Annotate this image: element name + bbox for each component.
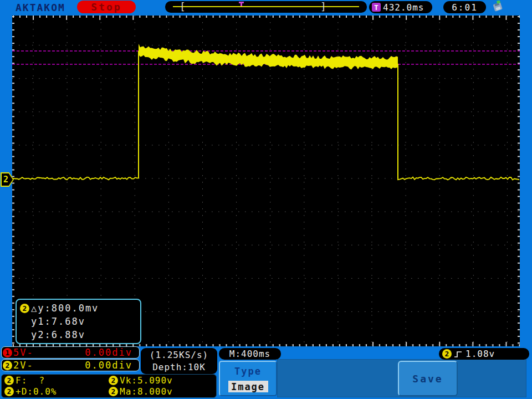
edge-tick	[12, 149, 14, 150]
channel2-badge: 2	[4, 376, 14, 385]
edge-tick	[12, 83, 14, 84]
edge-tick	[12, 69, 14, 70]
edge-tick	[293, 16, 294, 18]
edge-tick	[66, 16, 67, 20]
edge-tick	[53, 16, 54, 18]
edge-tick	[33, 16, 34, 20]
edge-tick	[12, 63, 14, 64]
edge-tick	[12, 329, 14, 330]
memory-window-right-bracket: ]	[320, 1, 326, 13]
edge-tick	[12, 116, 14, 117]
edge-tick	[518, 109, 520, 110]
channel2-badge: 2	[20, 304, 29, 313]
trigger-channel-badge: 2	[442, 349, 452, 359]
edge-tick	[213, 16, 214, 18]
trigger-time-value: 432.0ms	[383, 2, 424, 13]
edge-tick	[12, 56, 14, 57]
edge-tick	[12, 176, 14, 177]
edge-tick	[518, 316, 520, 317]
menu-option-image[interactable]: Image	[228, 381, 268, 392]
edge-tick	[499, 16, 500, 18]
edge-tick	[12, 303, 14, 304]
trigger-level-badge: 2 1.08v	[439, 348, 529, 360]
edge-tick	[12, 276, 14, 277]
edge-tick	[518, 216, 520, 217]
ch2-trace-top-band	[139, 44, 398, 70]
edge-tick	[12, 29, 14, 30]
edge-tick	[518, 336, 520, 337]
edge-tick	[19, 16, 21, 18]
edge-tick	[372, 342, 374, 346]
edge-tick	[518, 142, 520, 144]
edge-tick	[73, 16, 74, 18]
edge-tick	[518, 256, 520, 257]
edge-tick	[152, 16, 154, 18]
edge-tick	[518, 249, 520, 250]
edge-tick	[12, 76, 14, 77]
graticule-and-trace	[12, 16, 520, 346]
edge-tick	[518, 169, 520, 170]
type-menu[interactable]: Type Image	[219, 361, 277, 396]
edge-tick	[485, 16, 487, 18]
edge-tick	[518, 176, 520, 177]
edge-tick	[99, 16, 100, 20]
edge-tick	[518, 129, 520, 130]
save-button[interactable]: Save	[398, 361, 458, 396]
channel2-status: 2 2V- 0.00div	[1, 359, 140, 371]
edge-tick	[126, 16, 127, 18]
edge-tick	[12, 36, 14, 37]
channel2-badge: 2	[109, 387, 118, 396]
memory-bar: [ ]	[165, 1, 367, 13]
edge-tick	[59, 16, 60, 18]
edge-tick	[518, 196, 520, 197]
edge-tick	[12, 269, 14, 270]
edge-tick	[12, 249, 14, 250]
edge-tick	[12, 243, 14, 244]
trigger-level-value: 1.08v	[466, 349, 495, 359]
edge-tick	[286, 16, 287, 18]
edge-tick	[259, 16, 260, 18]
measurement-max: 2Ma:8.000v	[109, 386, 216, 397]
edge-tick	[146, 16, 147, 18]
edge-tick	[12, 316, 14, 317]
edge-tick	[166, 16, 167, 18]
edge-tick	[518, 236, 520, 237]
edge-tick	[518, 23, 520, 24]
edge-tick	[472, 16, 473, 20]
edge-tick	[518, 190, 520, 191]
cursor-y2-value: y2:6.88v	[20, 328, 137, 341]
edge-tick	[12, 203, 14, 204]
edge-tick	[406, 342, 407, 346]
channel1-offset: 0.00div	[85, 347, 132, 358]
edge-tick	[518, 69, 520, 70]
edge-tick	[12, 309, 14, 310]
edge-tick	[359, 16, 360, 18]
edge-tick	[492, 16, 493, 18]
edge-tick	[518, 263, 520, 264]
edge-tick	[12, 129, 14, 130]
edge-tick	[12, 89, 14, 90]
edge-tick	[12, 256, 14, 257]
edge-tick	[518, 209, 520, 211]
edge-tick	[12, 336, 14, 337]
edge-tick	[426, 16, 427, 18]
edge-tick	[253, 16, 254, 18]
cursor-readout-box: 2△y:800.0mv y1:7.68v y2:6.88v	[16, 299, 141, 344]
edge-tick	[119, 16, 120, 18]
edge-tick	[439, 16, 440, 20]
edge-tick	[518, 43, 520, 44]
edge-tick	[518, 162, 520, 163]
edge-tick	[12, 209, 14, 211]
edge-tick	[313, 16, 314, 18]
edge-tick	[332, 16, 334, 18]
edge-tick	[12, 156, 14, 157]
measurement-vk: 2Vk:5.090v	[109, 375, 216, 386]
measurements-panel: 2F: ? 2Vk:5.090v 2+D:0.0% 2Ma:8.000v	[1, 374, 217, 398]
cursor-delta-value: △y:800.0mv	[31, 303, 99, 314]
edge-tick	[239, 16, 241, 18]
edge-tick	[518, 283, 520, 284]
edge-tick	[518, 303, 520, 304]
edge-tick	[180, 16, 181, 18]
waveform-display	[12, 16, 520, 346]
edge-tick	[518, 83, 520, 84]
